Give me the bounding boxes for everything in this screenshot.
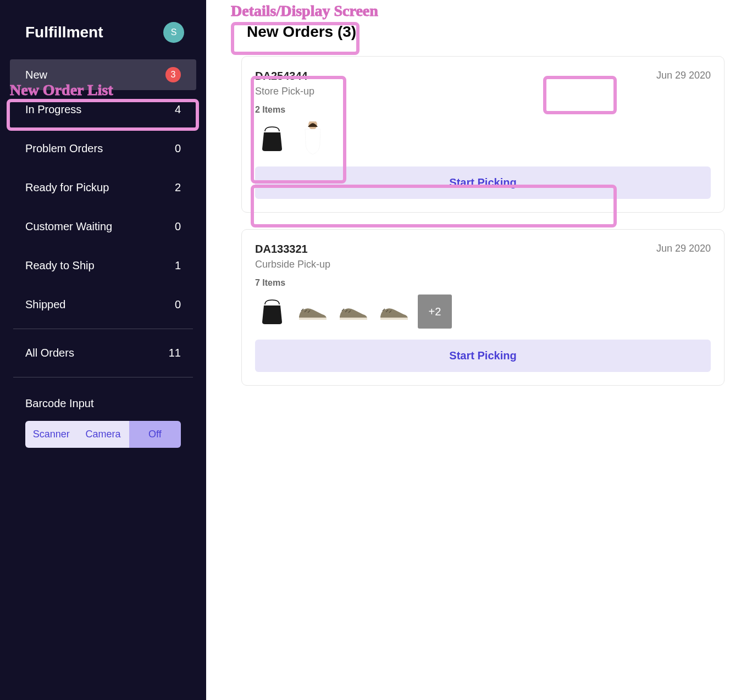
order-header: DA254344Store Pick-upJun 29 2020 [255,70,711,97]
nav-count: 2 [175,181,181,194]
product-thumb-shoe[interactable] [377,295,411,329]
barcode-input-title: Barcode Input [0,382,206,421]
nav-label: Ready to Ship [25,259,95,272]
sidebar-item-ready-for-pickup[interactable]: Ready for Pickup2 [0,168,206,207]
order-id: DA133321 [255,243,330,255]
nav-label: New [25,69,47,81]
sidebar-header: Fulfillment S [0,22,206,59]
product-thumb-bag[interactable] [255,121,289,155]
thumb-more[interactable]: +2 [418,295,452,329]
barcode-option-scanner[interactable]: Scanner [25,421,77,448]
nav-count: 0 [175,298,181,311]
product-thumb-dress[interactable] [296,121,330,155]
product-thumb-bag[interactable] [255,295,289,329]
nav-label: Shipped [25,298,65,311]
sidebar-item-problem-orders[interactable]: Problem Orders0 [0,129,206,168]
svg-rect-3 [380,318,408,320]
thumbs-row: +2 [255,295,711,329]
nav-count: 0 [175,220,181,233]
app-title: Fulfillment [25,24,103,41]
order-id: DA254344 [255,70,314,82]
divider [13,329,193,329]
start-picking-button[interactable]: Start Picking [255,340,711,372]
nav-label: Customer Waiting [25,220,112,233]
barcode-toggle: Scanner Camera Off [25,421,181,448]
barcode-option-camera[interactable]: Camera [77,421,129,448]
annotation-label-sidebar: New Order List [10,81,113,99]
sidebar-item-customer-waiting[interactable]: Customer Waiting0 [0,207,206,246]
barcode-option-off[interactable]: Off [129,421,181,448]
thumbs-row [255,121,711,155]
start-picking-button[interactable]: Start Picking [255,166,711,199]
order-card: DA254344Store Pick-upJun 29 20202 ItemsS… [241,56,725,213]
order-items-count: 2 Items [255,105,711,115]
order-items-count: 7 Items [255,278,711,288]
user-avatar[interactable]: S [163,22,184,43]
nav-count: 0 [175,142,181,155]
order-header: DA133321Curbside Pick-upJun 29 2020 [255,243,711,270]
product-thumb-shoe[interactable] [296,295,330,329]
order-card: DA133321Curbside Pick-upJun 29 20207 Ite… [241,229,725,386]
nav-label: In Progress [25,103,81,116]
sidebar-item-ready-to-ship[interactable]: Ready to Ship1 [0,246,206,285]
order-date: Jun 29 2020 [656,70,711,81]
divider [13,377,193,377]
nav-count: 4 [175,103,181,116]
order-type: Store Pick-up [255,86,314,97]
svg-rect-1 [299,318,327,320]
product-thumb-shoe[interactable] [336,295,371,329]
sidebar: Fulfillment S New3In Progress4Problem Or… [0,0,206,700]
nav-label: Problem Orders [25,142,103,155]
order-type: Curbside Pick-up [255,259,330,270]
nav-count: 1 [175,259,181,272]
nav-label: Ready for Pickup [25,181,109,194]
nav-badge: 3 [165,67,181,82]
nav-count: 11 [169,347,181,359]
main-content: New Orders (3) DA254344Store Pick-upJun … [206,0,752,386]
sidebar-item-shipped[interactable]: Shipped0 [0,285,206,324]
annotation-label-main: Details/Display Screen [231,2,378,20]
order-date: Jun 29 2020 [656,243,711,254]
page-title: New Orders (3) [241,20,362,44]
nav-label: All Orders [25,347,74,359]
svg-rect-2 [340,318,367,320]
sidebar-item-all-orders[interactable]: All Orders 11 [0,334,206,373]
